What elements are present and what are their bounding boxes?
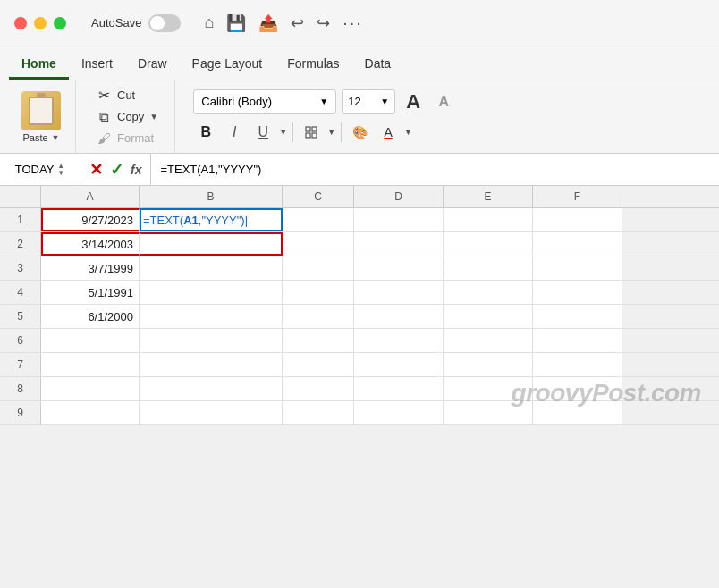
cell-c6[interactable] — [283, 329, 354, 352]
save-icon[interactable]: 💾 — [226, 13, 246, 33]
redo-icon[interactable]: ↪ — [317, 13, 330, 33]
font-size-chevron[interactable]: ▼ — [380, 97, 389, 106]
cell-a5[interactable]: 6/1/2000 — [41, 305, 140, 328]
font-family-chevron[interactable]: ▼ — [319, 97, 328, 106]
cell-f2[interactable] — [533, 232, 622, 256]
cell-c7[interactable] — [283, 353, 354, 376]
cell-d1[interactable] — [354, 208, 444, 231]
font-color-button[interactable]: A — [376, 120, 401, 145]
col-header-b[interactable]: B — [140, 186, 283, 207]
autosave-toggle[interactable] — [148, 14, 181, 32]
insert-function-button[interactable]: fx — [131, 163, 141, 177]
underline-button[interactable]: U — [250, 120, 275, 145]
confirm-formula-button[interactable]: ✓ — [110, 160, 123, 180]
name-box-arrows[interactable]: ▲ ▼ — [57, 163, 64, 177]
cell-c1[interactable] — [283, 208, 354, 231]
copy-dropdown-icon[interactable]: ▼ — [149, 112, 158, 122]
cell-e2[interactable] — [444, 232, 533, 256]
underline-dropdown[interactable]: ▼ — [279, 128, 287, 137]
font-color-dropdown[interactable]: ▼ — [404, 128, 412, 137]
tab-page-layout[interactable]: Page Layout — [180, 46, 275, 80]
increase-font-button[interactable]: A — [401, 89, 426, 114]
cell-b1[interactable]: =TEXT(A1,"YYYY")| — [140, 208, 283, 231]
cell-d6[interactable] — [354, 329, 444, 352]
cell-f6[interactable] — [533, 329, 622, 352]
cell-e1[interactable] — [444, 208, 533, 231]
cell-b4[interactable] — [140, 281, 283, 304]
cell-a9[interactable] — [41, 401, 140, 424]
cell-d5[interactable] — [354, 305, 444, 328]
fill-color-button[interactable]: 🎨 — [347, 120, 372, 145]
cell-d9[interactable] — [354, 401, 444, 424]
close-button[interactable] — [14, 17, 27, 29]
cell-b2[interactable] — [140, 232, 283, 256]
cell-e5[interactable] — [444, 305, 533, 328]
borders-dropdown[interactable]: ▼ — [327, 128, 335, 137]
cell-a3[interactable]: 3/7/1999 — [41, 256, 140, 280]
col-header-e[interactable]: E — [444, 186, 533, 207]
tab-formulas[interactable]: Formulas — [275, 46, 351, 80]
cell-a6[interactable] — [41, 329, 140, 352]
cell-a2[interactable]: 3/14/2003 — [41, 232, 140, 256]
cell-a8[interactable] — [41, 377, 140, 400]
bold-button[interactable]: B — [193, 120, 218, 145]
col-header-a[interactable]: A — [41, 186, 140, 207]
undo-icon[interactable]: ↩ — [291, 13, 304, 33]
cell-f5[interactable] — [533, 305, 622, 328]
cancel-formula-button[interactable]: ✕ — [89, 160, 103, 180]
cut-button[interactable]: ✂ Cut — [92, 86, 162, 105]
format-button[interactable]: 🖌 Format — [92, 129, 162, 148]
cell-a4[interactable]: 5/1/1991 — [41, 281, 140, 304]
cell-d2[interactable] — [354, 232, 444, 256]
col-header-d[interactable]: D — [354, 186, 444, 207]
cell-a7[interactable] — [41, 353, 140, 376]
cell-d4[interactable] — [354, 281, 444, 304]
cell-f7[interactable] — [533, 353, 622, 376]
cell-a1[interactable]: 9/27/2023 — [41, 208, 140, 231]
tab-insert[interactable]: Insert — [69, 46, 125, 80]
font-family-select[interactable]: Calibri (Body) ▼ — [193, 89, 336, 114]
borders-button[interactable] — [299, 120, 324, 145]
cloud-save-icon[interactable]: 📤 — [258, 13, 278, 33]
cell-d7[interactable] — [354, 353, 444, 376]
col-header-c[interactable]: C — [283, 186, 354, 207]
cell-e6[interactable] — [444, 329, 533, 352]
paste-label[interactable]: Paste — [22, 132, 47, 143]
tab-draw[interactable]: Draw — [125, 46, 180, 80]
minimize-button[interactable] — [34, 17, 47, 29]
paste-icon[interactable] — [21, 91, 61, 130]
cell-c4[interactable] — [283, 281, 354, 304]
cell-f3[interactable] — [533, 256, 622, 280]
cell-f1[interactable] — [533, 208, 622, 231]
cell-c5[interactable] — [283, 305, 354, 328]
maximize-button[interactable] — [54, 17, 66, 29]
cell-c3[interactable] — [283, 256, 354, 280]
cell-b3[interactable] — [140, 256, 283, 280]
home-icon[interactable]: ⌂ — [204, 13, 214, 32]
cell-b8[interactable] — [140, 377, 283, 400]
paste-dropdown-icon[interactable]: ▼ — [52, 133, 60, 142]
cell-d8[interactable] — [354, 377, 444, 400]
formula-input[interactable]: =TEXT(A1,"YYYY") — [151, 154, 719, 185]
cell-b7[interactable] — [140, 353, 283, 376]
cell-d3[interactable] — [354, 256, 444, 280]
col-header-f[interactable]: F — [533, 186, 622, 207]
tab-home[interactable]: Home — [9, 46, 69, 80]
cell-c9[interactable] — [283, 401, 354, 424]
tab-data[interactable]: Data — [352, 46, 404, 80]
cell-b5[interactable] — [140, 305, 283, 328]
cell-e4[interactable] — [444, 281, 533, 304]
cell-c8[interactable] — [283, 377, 354, 400]
decrease-font-button[interactable]: A — [431, 89, 456, 114]
italic-button[interactable]: I — [222, 120, 247, 145]
copy-button[interactable]: ⧉ Copy ▼ — [92, 107, 162, 127]
cell-c2[interactable] — [283, 232, 354, 256]
cell-e3[interactable] — [444, 256, 533, 280]
cell-f4[interactable] — [533, 281, 622, 304]
font-size-select[interactable]: 12 ▼ — [342, 89, 395, 114]
name-box[interactable]: TODAY ▲ ▼ — [0, 154, 80, 185]
cell-e7[interactable] — [444, 353, 533, 376]
more-options-icon[interactable]: ··· — [343, 13, 363, 33]
cell-b9[interactable] — [140, 401, 283, 424]
cell-b6[interactable] — [140, 329, 283, 352]
